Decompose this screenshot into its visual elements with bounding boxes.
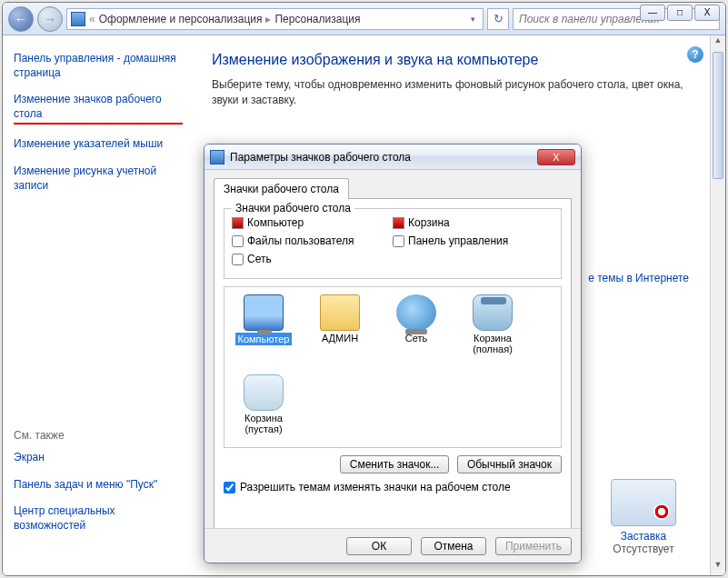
icon-label: АДМИН	[322, 333, 358, 344]
minimize-button[interactable]: —	[640, 5, 665, 21]
recycle-empty-icon	[244, 374, 284, 411]
screensaver-value: Отсутствует	[598, 543, 689, 555]
address-bar[interactable]: « Оформление и персонализация ▸ Персонал…	[66, 8, 484, 30]
checkbox-cpanel[interactable]: Панель управления	[393, 234, 553, 247]
icon-label: Корзина (пустая)	[244, 413, 283, 434]
icon-label: Корзина (полная)	[473, 333, 513, 354]
seealso-display[interactable]: Экран	[14, 451, 183, 465]
tab-desktop-icons[interactable]: Значки рабочего стола	[214, 178, 349, 199]
dialog-body: Значки рабочего стола Значки рабочего ст…	[204, 170, 581, 542]
dialog-close-button[interactable]: X	[537, 149, 575, 165]
folder-icon	[320, 294, 360, 331]
breadcrumb-sep: «	[89, 13, 95, 25]
page-title: Изменение изображения и звука на компьют…	[212, 52, 707, 68]
checkbox-input[interactable]	[224, 482, 235, 493]
computer-icon	[244, 294, 284, 331]
help-icon[interactable]: ?	[687, 46, 703, 63]
change-icon-button[interactable]: Сменить значок...	[340, 455, 450, 473]
address-dropdown[interactable]: ▾	[467, 15, 479, 24]
control-panel-icon	[71, 12, 85, 26]
checked-red-icon	[393, 217, 404, 229]
dialog-titlebar[interactable]: Параметры значков рабочего стола X	[204, 144, 581, 170]
seealso-accessibility[interactable]: Центр специальных возможностей	[14, 504, 183, 533]
groupbox-legend: Значки рабочего стола	[232, 202, 354, 214]
checkbox-label: Файлы пользователя	[247, 234, 354, 247]
maximize-button[interactable]: □	[667, 5, 693, 21]
checkbox-recycle[interactable]: Корзина	[393, 216, 553, 229]
checkbox-userfiles[interactable]: Файлы пользователя	[232, 234, 393, 247]
scroll-thumb[interactable]	[713, 52, 723, 179]
ok-button[interactable]: ОК	[346, 537, 412, 555]
icon-recycle-full[interactable]: Корзина (полная)	[461, 294, 524, 354]
sidebar: Панель управления - домашняя страница Из…	[3, 35, 194, 575]
checkbox-input[interactable]	[232, 235, 244, 247]
sidebar-desktop-icons[interactable]: Изменение значков рабочего стола	[14, 93, 183, 125]
breadcrumb-sep: ▸	[265, 13, 271, 25]
scroll-down-icon[interactable]: ▼	[711, 560, 725, 575]
checkbox-input[interactable]	[393, 235, 404, 247]
tab-panel: Значки рабочего стола Компьютер Корзина …	[214, 198, 572, 534]
icon-admin[interactable]: АДМИН	[308, 294, 372, 354]
checkbox-label: Компьютер	[247, 216, 304, 229]
see-also-label: См. также	[14, 429, 183, 442]
screensaver-label[interactable]: Заставка	[598, 530, 689, 543]
breadcrumb-1[interactable]: Оформление и персонализация	[99, 13, 263, 25]
close-button[interactable]: X	[694, 5, 720, 21]
checkbox-input[interactable]	[232, 254, 244, 265]
allow-themes-checkbox[interactable]: Разрешить темам изменять значки на рабоч…	[224, 481, 562, 493]
network-icon	[396, 294, 436, 331]
checkbox-label: Сеть	[247, 253, 272, 265]
online-themes-link[interactable]: е темы в Интернете	[588, 272, 689, 284]
checkbox-label: Корзина	[408, 216, 450, 229]
checkbox-network[interactable]: Сеть	[232, 253, 553, 265]
toolbar: ← → « Оформление и персонализация ▸ Перс…	[3, 3, 725, 35]
dialog-title: Параметры значков рабочего стола	[230, 151, 411, 164]
breadcrumb-2[interactable]: Персонализация	[274, 13, 360, 25]
dialog-footer: ОК Отмена Применить	[204, 528, 581, 563]
scroll-up-icon[interactable]: ▲	[711, 35, 725, 51]
cancel-button[interactable]: Отмена	[421, 537, 486, 555]
page-description: Выберите тему, чтобы одновременно измени…	[212, 77, 707, 108]
screensaver-tile[interactable]: Заставка Отсутствует	[598, 479, 689, 555]
recycle-full-icon	[473, 294, 513, 331]
dialog-icon	[210, 150, 224, 164]
icon-label: Компьютер	[235, 333, 293, 345]
checkbox-label: Панель управления	[408, 234, 508, 247]
apply-button[interactable]: Применить	[495, 537, 572, 555]
checkbox-computer[interactable]: Компьютер	[232, 216, 393, 229]
icon-preview-list: Компьютер АДМИН Сеть Корзина (полная)	[224, 286, 562, 448]
screensaver-preview-icon	[611, 479, 676, 526]
checked-red-icon	[232, 217, 244, 229]
refresh-button[interactable]: ↻	[487, 8, 509, 30]
sidebar-account-picture[interactable]: Изменение рисунка учетной записи	[14, 164, 183, 193]
icons-groupbox: Значки рабочего стола Компьютер Корзина …	[224, 208, 562, 279]
forward-button[interactable]: →	[37, 6, 63, 32]
window-controls: — □ X	[640, 5, 720, 21]
desktop-icons-dialog: Параметры значков рабочего стола X Значк…	[204, 144, 582, 563]
seealso-taskbar[interactable]: Панель задач и меню "Пуск"	[14, 478, 183, 493]
icon-network[interactable]: Сеть	[384, 294, 448, 354]
icon-recycle-empty[interactable]: Корзина (пустая)	[232, 374, 295, 434]
sidebar-home[interactable]: Панель управления - домашняя страница	[14, 52, 183, 80]
icon-computer[interactable]: Компьютер	[232, 294, 295, 354]
back-button[interactable]: ←	[8, 6, 34, 32]
sidebar-mouse-pointers[interactable]: Изменение указателей мыши	[14, 137, 183, 152]
vertical-scrollbar[interactable]: ▲ ▼	[710, 35, 725, 575]
checkbox-label: Разрешить темам изменять значки на рабоч…	[240, 481, 511, 493]
default-icon-button[interactable]: Обычный значок	[457, 455, 562, 473]
